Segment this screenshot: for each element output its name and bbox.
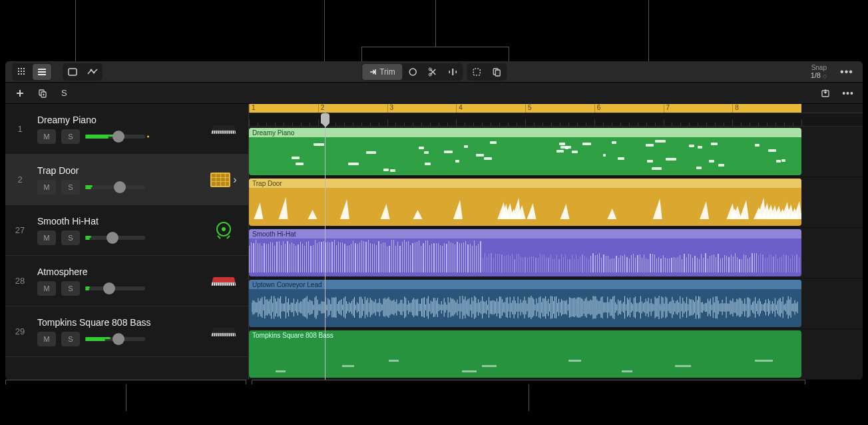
svg-rect-3 — [18, 71, 19, 72]
callout-line — [75, 0, 76, 61]
import-button[interactable] — [817, 85, 833, 101]
svg-rect-2 — [23, 68, 25, 69]
instrument-icon[interactable] — [199, 125, 248, 134]
duplicate-track-button[interactable] — [35, 85, 51, 101]
trim-label: Trim — [379, 67, 395, 77]
edit-tools: Trim — [361, 63, 507, 81]
svg-rect-22 — [495, 70, 500, 76]
track-header[interactable]: 27Smooth Hi-HatMS — [5, 205, 248, 256]
svg-rect-5 — [23, 71, 25, 72]
svg-rect-0 — [18, 68, 19, 69]
track-header[interactable]: 28AtmosphereMS — [5, 256, 248, 306]
track-header[interactable]: 2Trap DoorMS› — [5, 155, 248, 205]
svg-point-27 — [222, 227, 226, 231]
volume-slider[interactable] — [85, 282, 145, 295]
split-button[interactable] — [443, 64, 462, 80]
track-name: Smooth Hi-Hat — [37, 216, 196, 226]
mute-button[interactable]: M — [37, 230, 56, 245]
svg-rect-6 — [18, 73, 19, 75]
mute-button[interactable]: M — [37, 332, 56, 346]
svg-rect-12 — [69, 69, 77, 75]
instrument-icon[interactable] — [199, 221, 248, 240]
svg-line-28 — [218, 236, 220, 238]
track-name: Trap Door — [37, 165, 196, 176]
scissors-button[interactable] — [423, 64, 442, 80]
callout-line — [126, 384, 126, 411]
loop-button[interactable] — [403, 64, 422, 80]
region-row[interactable]: Uptown Conveyor Lead — [249, 278, 863, 329]
instrument-icon[interactable] — [199, 327, 248, 336]
region-row[interactable]: Dreamy Piano — [249, 127, 863, 177]
track-number: 27 — [5, 225, 35, 235]
svg-rect-4 — [21, 71, 22, 72]
region[interactable]: Smooth Hi-Hat — [249, 229, 801, 276]
trim-button[interactable]: Trim — [362, 64, 402, 80]
svg-rect-19 — [452, 69, 453, 75]
add-track-button[interactable] — [12, 85, 28, 101]
select-button[interactable] — [467, 64, 486, 80]
chevron-right-icon[interactable]: › — [233, 174, 236, 186]
solo-button[interactable]: S — [61, 230, 80, 245]
solo-button[interactable]: S — [61, 332, 80, 346]
solo-button[interactable]: S — [61, 129, 80, 144]
playhead-handle[interactable] — [321, 113, 329, 124]
solo-button[interactable]: S — [61, 180, 80, 195]
automation-button[interactable] — [83, 64, 102, 80]
region-label: Smooth Hi-Hat — [249, 229, 801, 238]
peak-indicator — [147, 135, 149, 137]
svg-rect-9 — [38, 69, 46, 70]
global-solo-button[interactable]: S — [57, 87, 71, 99]
snap-display[interactable]: Snap 1/8 ◇ — [811, 64, 827, 80]
volume-slider[interactable] — [85, 130, 145, 143]
svg-rect-15 — [375, 69, 376, 75]
svg-rect-11 — [38, 74, 46, 75]
regions-area: Dreamy PianoTrap DoorSmooth Hi-HatUptown… — [249, 127, 863, 380]
region[interactable]: Tompkins Square 808 Bass — [249, 330, 801, 378]
grid-view-button[interactable] — [13, 64, 31, 80]
region-label: Dreamy Piano — [249, 128, 801, 137]
mute-button[interactable]: M — [37, 180, 56, 195]
ruler-mark: 8 — [732, 104, 739, 113]
ruler-mark: 2 — [318, 104, 325, 113]
region[interactable]: Dreamy Piano — [249, 128, 801, 175]
svg-point-13 — [91, 69, 93, 71]
instrument-icon[interactable] — [199, 276, 248, 286]
region-row[interactable]: Tompkins Square 808 Bass — [249, 329, 863, 380]
snap-label: Snap — [811, 64, 827, 71]
region[interactable]: Uptown Conveyor Lead — [249, 280, 801, 327]
svg-point-14 — [93, 71, 95, 73]
copy-button[interactable] — [487, 64, 506, 80]
snap-value: 1/8 — [811, 71, 821, 79]
mute-button[interactable]: M — [37, 129, 56, 144]
playhead[interactable] — [325, 104, 326, 380]
callout-bracket-right — [252, 380, 805, 393]
svg-rect-1 — [21, 68, 22, 69]
track-header[interactable]: 29Tompkins Square 808 BassMS — [5, 306, 248, 357]
solo-button[interactable]: S — [61, 281, 80, 296]
ruler-mark: 5 — [525, 104, 532, 113]
list-view-button[interactable] — [33, 64, 51, 80]
track-number: 2 — [5, 175, 35, 185]
region-row[interactable]: Smooth Hi-Hat — [249, 228, 863, 278]
instrument-icon[interactable]: › — [199, 173, 248, 187]
volume-slider[interactable] — [85, 332, 145, 346]
region[interactable]: Trap Door — [249, 179, 801, 226]
track-more-button[interactable]: ••• — [840, 85, 856, 101]
volume-slider[interactable] — [85, 181, 145, 194]
track-number: 28 — [5, 276, 35, 286]
more-button[interactable]: ••• — [837, 64, 856, 80]
region-row[interactable]: Trap Door — [249, 177, 863, 228]
track-header[interactable]: 1Dreamy PianoMS — [5, 104, 248, 155]
ruler[interactable]: 987654321 — [249, 104, 863, 113]
sub-ruler[interactable] — [249, 113, 863, 127]
automation-group — [63, 63, 103, 81]
track-controls-row: S ••• — [5, 83, 863, 104]
main-area: 1Dreamy PianoMS2Trap DoorMS›27Smooth Hi-… — [5, 104, 863, 380]
svg-rect-7 — [21, 73, 22, 75]
region-button[interactable] — [63, 64, 82, 80]
svg-point-16 — [409, 69, 416, 75]
ruler-mark: 7 — [664, 104, 670, 113]
volume-slider[interactable] — [85, 231, 145, 244]
callout-bracket — [361, 47, 509, 61]
mute-button[interactable]: M — [37, 281, 56, 296]
